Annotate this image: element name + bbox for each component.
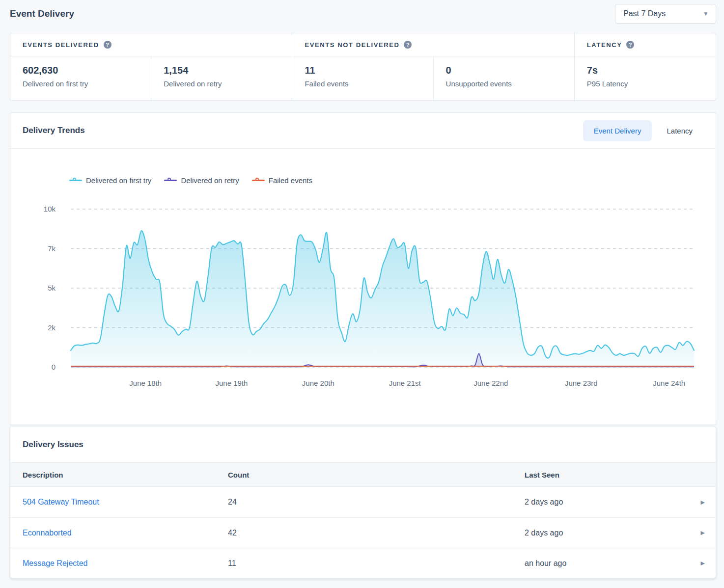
svg-text:June 24th: June 24th — [653, 379, 685, 387]
event-delivery-page: Event Delivery Past 7 Days ▼ EVENTS DELI… — [0, 0, 724, 579]
svg-text:7k: 7k — [48, 244, 56, 253]
page-title: Event Delivery — [10, 8, 74, 19]
metric-unsupported: 0 Unsupported events — [433, 56, 574, 100]
delivery-issues-card: Delivery Issues Description Count Last S… — [10, 426, 716, 579]
svg-text:June 18th: June 18th — [129, 379, 162, 387]
svg-text:June 22nd: June 22nd — [473, 379, 508, 387]
chevron-right-icon[interactable]: ▶ — [688, 530, 716, 536]
metric-failed: 11 Failed events — [292, 56, 433, 100]
issue-last-seen: 2 days ago — [525, 498, 688, 507]
help-icon[interactable]: ? — [104, 41, 111, 49]
metric-label: Unsupported events — [446, 80, 562, 88]
chevron-right-icon[interactable]: ▶ — [688, 560, 716, 566]
svg-text:June 20th: June 20th — [302, 379, 334, 387]
svg-text:5k: 5k — [48, 284, 56, 292]
metric-value: 1,154 — [164, 65, 279, 76]
issue-link[interactable]: Message Rejected — [23, 559, 228, 568]
svg-text:0: 0 — [52, 363, 56, 371]
delivery-issues-table: Description Count Last Seen 504 Gateway … — [10, 462, 716, 578]
help-icon[interactable]: ? — [626, 41, 634, 49]
latency-label: LATENCY — [587, 41, 622, 49]
topbar: Event Delivery Past 7 Days ▼ — [10, 0, 716, 24]
delivery-trends-title: Delivery Trends — [23, 126, 85, 135]
stats-section-events-not-delivered: EVENTS NOT DELIVERED ? 11 Failed events … — [292, 33, 574, 100]
delivery-issues-title: Delivery Issues — [23, 440, 84, 450]
issue-link[interactable]: 504 Gateway Timeout — [23, 498, 228, 507]
issue-count: 24 — [228, 498, 525, 507]
stats-section-latency: LATENCY ? 7s P95 Latency — [575, 33, 716, 100]
issue-last-seen: an hour ago — [525, 559, 688, 568]
svg-text:June 23rd: June 23rd — [565, 379, 598, 387]
chevron-down-icon: ▼ — [703, 10, 709, 17]
metric-value: 11 — [305, 65, 420, 76]
issue-count: 11 — [228, 559, 525, 568]
stats-summary-card: EVENTS DELIVERED ? 602,630 Delivered on … — [10, 33, 716, 101]
metric-value: 0 — [446, 65, 562, 76]
metric-retry: 1,154 Delivered on retry — [151, 56, 292, 100]
chevron-right-icon[interactable]: ▶ — [688, 499, 716, 506]
svg-text:June 21st: June 21st — [389, 379, 421, 387]
col-description: Description — [23, 471, 228, 479]
col-count: Count — [228, 471, 525, 479]
metric-label: Failed events — [305, 80, 420, 88]
trends-chart: 02k5k7k10kJune 18thJune 19thJune 20thJun… — [10, 149, 716, 425]
metric-value: 7s — [587, 65, 703, 76]
tab-latency[interactable]: Latency — [656, 120, 703, 141]
time-range-value: Past 7 Days — [623, 9, 666, 18]
help-icon[interactable]: ? — [404, 41, 412, 49]
trends-tabs: Event Delivery Latency — [583, 120, 703, 141]
metric-label: Delivered on retry — [164, 80, 279, 88]
metric-first-try: 602,630 Delivered on first try — [10, 56, 151, 100]
metric-label: P95 Latency — [587, 80, 703, 88]
table-row[interactable]: Message Rejected 11 an hour ago ▶ — [10, 548, 716, 578]
table-row[interactable]: 504 Gateway Timeout 24 2 days ago ▶ — [10, 487, 716, 517]
time-range-select[interactable]: Past 7 Days ▼ — [615, 4, 716, 24]
svg-text:2k: 2k — [48, 323, 56, 332]
col-last-seen: Last Seen — [525, 471, 688, 479]
delivery-trends-card: Delivery Trends Event Delivery Latency D… — [10, 112, 716, 425]
table-header-row: Description Count Last Seen — [10, 462, 716, 487]
metric-p95-latency: 7s P95 Latency — [575, 56, 716, 100]
tab-event-delivery[interactable]: Event Delivery — [583, 120, 652, 141]
issue-count: 42 — [228, 529, 525, 537]
svg-text:June 19th: June 19th — [215, 379, 248, 387]
trends-chart-area: Delivered on first try Delivered on retr… — [10, 149, 716, 425]
metric-label: Delivered on first try — [23, 80, 139, 88]
table-row[interactable]: Econnaborted 42 2 days ago ▶ — [10, 517, 716, 548]
events-delivered-label: EVENTS DELIVERED — [23, 41, 99, 49]
metric-value: 602,630 — [23, 65, 139, 76]
svg-text:10k: 10k — [44, 205, 56, 213]
issue-last-seen: 2 days ago — [525, 529, 688, 537]
issue-link[interactable]: Econnaborted — [23, 529, 228, 537]
stats-section-events-delivered: EVENTS DELIVERED ? 602,630 Delivered on … — [10, 33, 292, 100]
events-not-delivered-label: EVENTS NOT DELIVERED — [305, 41, 399, 49]
